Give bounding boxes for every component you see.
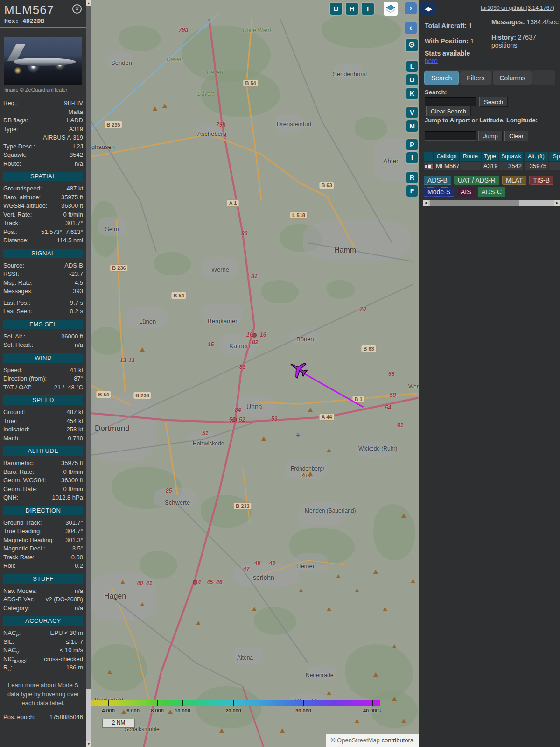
scroll-right-icon[interactable]: ► xyxy=(554,200,560,206)
peak-triangle-icon xyxy=(140,602,145,606)
map-city-label: Hagen xyxy=(104,592,126,600)
exit-number-label: 47 xyxy=(243,566,249,572)
sidebar-expand-button[interactable]: › xyxy=(405,2,417,14)
peak-triangle-icon xyxy=(327,691,331,695)
road xyxy=(140,201,157,253)
map-city-label: Werne xyxy=(211,266,229,273)
scale-tick xyxy=(233,700,234,706)
peak-triangle-icon xyxy=(299,588,303,592)
scroll-down-icon[interactable]: ▼ xyxy=(86,741,91,747)
map-button-k[interactable]: K xyxy=(406,88,418,99)
map-button-l[interactable]: L xyxy=(406,61,418,72)
map-city-label: Ahlen xyxy=(383,157,400,165)
map-button-i[interactable]: I xyxy=(406,152,418,163)
table-cell: 35975 xyxy=(525,162,548,170)
data-value: < 10 m/s xyxy=(21,646,83,655)
aircraft-hex: Hex: 4D22DB xyxy=(3,17,83,24)
column-header-Spd.[interactable]: Spd. xyxy=(549,152,560,161)
table-horizontal-scrollbar[interactable]: ◄ ► xyxy=(423,200,560,206)
data-row: DB flags:LADD xyxy=(3,116,83,125)
tar1090-github-link[interactable]: tar1090 on github (3.14.1767) xyxy=(481,5,554,11)
tab-filters[interactable]: Filters xyxy=(460,71,491,85)
scrollbar-thumb[interactable] xyxy=(430,200,519,206)
peak-triangle-icon xyxy=(261,437,266,441)
map-button-v[interactable]: V xyxy=(406,107,418,118)
peak-triangle-icon xyxy=(107,670,112,674)
map[interactable]: SendenSendenhorstghausenAschebergDrenste… xyxy=(91,0,419,747)
column-header-Callsign[interactable]: Callsign xyxy=(434,152,459,161)
search-input[interactable] xyxy=(425,97,476,106)
data-label: Track: xyxy=(3,219,20,228)
filter-badge-uat-ads-r[interactable]: UAT / ADS-R xyxy=(454,176,499,185)
aircraft-list-panel: ◀▶ tar1090 on github (3.14.1767) Total A… xyxy=(419,0,560,747)
aircraft-icon[interactable] xyxy=(285,356,311,381)
data-value-link[interactable]: 9H-LIV xyxy=(18,99,83,108)
map-button-r[interactable]: R xyxy=(406,172,418,183)
osm-link[interactable]: OpenStreetMap xyxy=(337,737,380,744)
callsign-link[interactable]: MLM567 xyxy=(436,162,459,169)
map-button-p[interactable]: P xyxy=(406,139,418,150)
peak-triangle-icon xyxy=(162,104,167,108)
exit-number-label: 79a xyxy=(179,27,188,33)
scrollbar-thumb[interactable] xyxy=(86,6,91,689)
data-row: NACP:EPU < 30 m xyxy=(3,629,83,638)
tab-search[interactable]: Search xyxy=(424,71,459,85)
data-label: NICBARO: xyxy=(3,655,28,664)
column-header-Squawk[interactable]: Squawk xyxy=(499,152,523,161)
scale-tick xyxy=(372,700,373,706)
column-header-Type[interactable]: Type xyxy=(482,152,498,161)
search-button[interactable]: Search xyxy=(479,97,508,107)
jump-input[interactable] xyxy=(425,131,476,141)
jump-button[interactable]: Jump xyxy=(478,131,503,141)
left-panel-scrollbar[interactable]: ▲ ▼ xyxy=(86,0,91,747)
aircraft-photo[interactable] xyxy=(4,37,82,85)
map-button-o[interactable]: O xyxy=(406,74,418,85)
layers-button[interactable] xyxy=(384,2,398,16)
data-value-link[interactable]: LADD xyxy=(28,116,83,125)
filter-badge-tis-b[interactable]: TIS-B xyxy=(529,176,553,185)
row-marker xyxy=(425,165,427,168)
section-rows: Speed:41 ktDirection (from):87°TAT / OAT… xyxy=(3,366,83,392)
layers-icon xyxy=(385,4,396,14)
forest-patch xyxy=(196,686,261,728)
column-header-Route[interactable]: Route xyxy=(460,152,481,161)
panel-toggle-button[interactable]: ◀▶ xyxy=(420,2,435,16)
filter-badge-mlat[interactable]: MLAT xyxy=(502,176,526,185)
data-value: 258 kt xyxy=(29,425,83,434)
column-header-flag[interactable] xyxy=(424,152,433,161)
scroll-up-icon[interactable]: ▲ xyxy=(86,0,91,6)
tab-columns[interactable]: Columns xyxy=(492,71,532,85)
filter-badge-ais[interactable]: AIS xyxy=(457,187,475,197)
altitude-color-scale[interactable]: 4 0006 0008 00010 00020 00030 00040 000+ xyxy=(91,700,380,706)
exit-number-label: 52 xyxy=(239,416,245,423)
road xyxy=(217,425,236,495)
filter-badge-ads-c[interactable]: ADS-C xyxy=(478,187,506,197)
map-button-f[interactable]: F xyxy=(406,185,418,197)
map-button-m[interactable]: M xyxy=(406,120,418,132)
scroll-left-icon[interactable]: ◄ xyxy=(423,200,428,206)
map-button-t[interactable]: T xyxy=(362,3,374,15)
stats-here-link[interactable]: here xyxy=(425,57,438,64)
data-row: Last Seen:0.2 s xyxy=(3,307,83,316)
road-shield: L 518 xyxy=(290,211,308,219)
data-row: Type Desc.:L2J xyxy=(3,142,83,151)
sidebar-collapse-button[interactable]: ‹ xyxy=(405,22,417,34)
column-header-Alt. (ft)[interactable]: Alt. (ft) xyxy=(525,152,548,161)
map-button-h[interactable]: H xyxy=(346,3,358,15)
data-label: Geom. Rate: xyxy=(3,485,38,494)
section-header: FMS SEL xyxy=(3,320,83,329)
data-row: Magnetic Heading:301.3° xyxy=(3,536,83,545)
close-icon[interactable]: ✕ xyxy=(72,4,82,14)
road-shield: A 44 xyxy=(319,413,335,421)
filter-badge-ads-b[interactable]: ADS-B xyxy=(424,176,451,185)
clear-jump-button[interactable]: Clear xyxy=(504,131,528,141)
clear-search-button[interactable]: Clear Search xyxy=(426,106,471,116)
map-button-u[interactable]: U xyxy=(330,3,342,15)
airport-icon: ✈ xyxy=(295,432,301,439)
scale-tick xyxy=(108,700,109,706)
data-label: RSSI: xyxy=(3,270,19,279)
filter-badge-mode-s[interactable]: Mode-S xyxy=(424,187,454,197)
data-label: Pos.: xyxy=(3,228,17,237)
settings-button[interactable]: ⚙ xyxy=(406,39,418,51)
data-row: Squawk:3542 xyxy=(3,151,83,160)
